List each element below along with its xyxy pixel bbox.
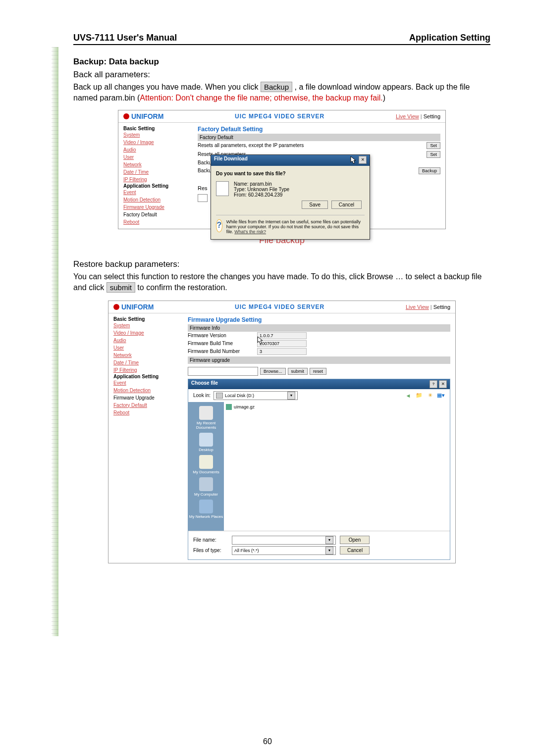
place-computer[interactable]: My Computer	[194, 476, 218, 497]
lookin-dropdown-icon[interactable]: ▼	[287, 392, 295, 400]
reset-button[interactable]: reset	[310, 368, 326, 375]
restore-title: Restore backup parameters:	[73, 259, 490, 269]
place-documents-label: My Documents	[193, 470, 219, 474]
view-icon[interactable]: ▦▾	[437, 392, 445, 400]
file-icon	[216, 181, 229, 196]
live-view-link[interactable]: Live View	[396, 113, 419, 119]
upgrade-file-input[interactable]	[188, 367, 258, 376]
choose-close-icon[interactable]: ✕	[439, 380, 447, 388]
nav-reboot[interactable]: Reboot	[123, 218, 188, 226]
from-label: From:	[234, 192, 247, 198]
figure-main: Factory Default Setting Factory Default …	[193, 123, 445, 229]
from-value: 60.248.204.239	[248, 192, 283, 198]
nav-user[interactable]: User	[123, 153, 188, 161]
nav-system[interactable]: System	[123, 131, 188, 139]
restore-body: You can select this function to restore …	[73, 271, 490, 294]
cancel-button[interactable]: Cancel	[331, 201, 362, 209]
lookin-label: Look in:	[193, 393, 211, 398]
server-title: UIC MPEG4 VIDEO SERVER	[163, 113, 396, 120]
place-documents[interactable]: My Documents	[193, 454, 219, 474]
nav-firmware-upgrade[interactable]: Firmware Upgrade	[123, 203, 188, 211]
back-icon[interactable]: ◄	[404, 392, 412, 400]
uniform-logo: UNIFORM	[123, 112, 163, 120]
live-view-link-2[interactable]: Live View	[406, 304, 429, 310]
set-button-1[interactable]: Set	[427, 142, 440, 149]
place-desktop[interactable]: Desktop	[199, 432, 213, 452]
network-icon	[199, 500, 213, 513]
set-button-2[interactable]: Set	[427, 151, 440, 158]
nav-application-setting-2: Application Setting	[113, 374, 178, 379]
file-list[interactable]: uImage.gz	[224, 402, 450, 531]
lookin-combo[interactable]: Local Disk (D:) ▼	[214, 391, 298, 400]
nav-network-2[interactable]: Network	[113, 352, 178, 359]
nav-reboot-2[interactable]: Reboot	[113, 409, 178, 416]
name-value: param.bin	[250, 181, 271, 187]
nav-ip-filtering[interactable]: IP Filtering	[123, 176, 188, 183]
cursor-icon	[350, 156, 357, 165]
save-button[interactable]: Save	[302, 201, 328, 209]
body-close: )	[383, 94, 385, 102]
nav-video-image[interactable]: Video / Image	[123, 139, 188, 146]
figure-file-backup: UNIFORM UIC MPEG4 VIDEO SERVER Live View…	[118, 110, 446, 229]
link-separator: |	[421, 113, 422, 119]
nav-basic-setting: Basic Setting	[123, 126, 188, 131]
nav-firmware-upgrade-2[interactable]: Firmware Upgrade	[113, 394, 178, 402]
dialog-question: Do you want to save this file?	[216, 171, 365, 176]
setting-link[interactable]: Setting	[424, 113, 440, 119]
nav-audio-2[interactable]: Audio	[113, 337, 178, 344]
backup-button[interactable]: Backup	[419, 167, 440, 174]
filetype-dropdown-icon[interactable]: ▼	[325, 547, 333, 554]
desktop-icon	[199, 433, 213, 447]
new-folder-icon[interactable]: ✳	[426, 392, 434, 400]
place-recent[interactable]: My Recent Documents	[188, 405, 224, 430]
figure-main-2: Firmware Upgrade Setting Firmware Info F…	[183, 313, 455, 563]
header-left: UVS-7111 User's Manual	[73, 33, 177, 43]
nav-event-2[interactable]: Event	[113, 379, 178, 387]
nav-motion-detection[interactable]: Motion Detection	[123, 196, 188, 203]
place-network[interactable]: My Network Places	[189, 499, 223, 519]
figure-firmware-upgrade: UNIFORM UIC MPEG4 VIDEO SERVER Live View…	[108, 301, 456, 563]
type-value: Unknown File Type	[247, 187, 289, 192]
open-button[interactable]: Open	[340, 536, 370, 544]
nav-network[interactable]: Network	[123, 161, 188, 168]
dialog-close-icon[interactable]: ✕	[359, 156, 367, 164]
cancel-button-2[interactable]: Cancel	[340, 546, 370, 554]
name-label: Name:	[234, 181, 248, 187]
res-input[interactable]	[198, 194, 208, 202]
factory-default-sub: Factory Default	[198, 134, 440, 141]
file-item[interactable]: uImage.gz	[226, 404, 448, 410]
file-name: uImage.gz	[234, 404, 255, 409]
nav-user-2[interactable]: User	[113, 344, 178, 352]
nav-ip-filtering-2[interactable]: IP Filtering	[113, 366, 178, 374]
nav-video-image-2[interactable]: Video / Image	[113, 329, 178, 337]
header-links-2: Live View | Setting	[406, 304, 450, 310]
filename-combo[interactable]: ▼	[232, 536, 336, 545]
nav-motion-detection-2[interactable]: Motion Detection	[113, 387, 178, 394]
whats-the-risk-link[interactable]: What's the risk?	[234, 229, 266, 234]
warning-icon: ?	[216, 219, 222, 232]
file-archive-icon	[226, 404, 232, 410]
header-links: Live View | Setting	[396, 113, 440, 119]
nav-factory-default-2[interactable]: Factory Default	[113, 402, 178, 409]
nav-application-setting: Application Setting	[123, 183, 188, 189]
nav-date-time-2[interactable]: Date / Time	[113, 359, 178, 366]
filetype-combo[interactable]: All Files (*.*)▼	[232, 546, 336, 555]
nav-factory-default[interactable]: Factory Default	[123, 211, 188, 218]
filetype-label: Files of type:	[193, 548, 228, 553]
header-right: Application Setting	[409, 33, 490, 43]
section-subtitle: Back all parameters:	[73, 70, 490, 80]
nav-audio[interactable]: Audio	[123, 146, 188, 153]
setting-link-2[interactable]: Setting	[433, 304, 450, 310]
submit-button-inline[interactable]: submit	[107, 282, 135, 293]
page-header: UVS-7111 User's Manual Application Setti…	[73, 33, 490, 45]
submit-button[interactable]: submit	[288, 368, 308, 375]
nav-date-time[interactable]: Date / Time	[123, 168, 188, 176]
backup-button-inline[interactable]: Backup	[261, 82, 292, 92]
browse-button[interactable]: Browse...	[260, 368, 286, 375]
up-icon[interactable]: 📁	[415, 392, 423, 400]
server-title-2: UIC MPEG4 VIDEO SERVER	[154, 303, 406, 310]
nav-event[interactable]: Event	[123, 189, 188, 196]
nav-system-2[interactable]: System	[113, 322, 178, 329]
filename-dropdown-icon[interactable]: ▼	[325, 536, 333, 544]
choose-help-icon[interactable]: ?	[429, 380, 437, 388]
